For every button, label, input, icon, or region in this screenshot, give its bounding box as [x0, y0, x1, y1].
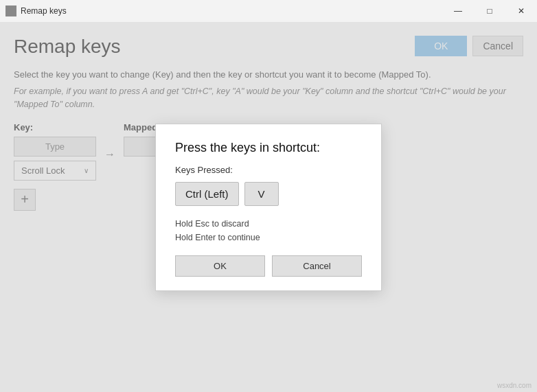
- modal-overlay: Press the keys in shortcut: Keys Pressed…: [0, 22, 537, 392]
- modal-cancel-button[interactable]: Cancel: [272, 255, 362, 277]
- minimize-button[interactable]: —: [442, 0, 474, 22]
- shortcut-modal: Press the keys in shortcut: Keys Pressed…: [155, 124, 382, 291]
- modal-hints: Hold Esc to discard Hold Enter to contin…: [175, 217, 362, 244]
- modal-ok-button[interactable]: OK: [175, 255, 265, 277]
- hint-esc: Hold Esc to discard: [175, 217, 362, 231]
- modal-title: Press the keys in shortcut:: [175, 141, 362, 155]
- hint-enter: Hold Enter to continue: [175, 231, 362, 244]
- main-content: OK Cancel Remap keys Select the key you …: [0, 22, 537, 392]
- titlebar-left: Remap keys: [5, 5, 67, 16]
- titlebar-controls: — □ ✕: [442, 0, 537, 22]
- titlebar-title: Remap keys: [21, 6, 67, 16]
- key-chip-v: V: [244, 182, 279, 206]
- key-chip-ctrl: Ctrl (Left): [175, 182, 239, 206]
- app-icon: [5, 5, 16, 16]
- maximize-button[interactable]: □: [474, 0, 505, 22]
- keys-pressed-label: Keys Pressed:: [175, 165, 362, 175]
- titlebar: Remap keys — □ ✕: [0, 0, 537, 22]
- close-button[interactable]: ✕: [505, 0, 537, 22]
- key-chips: Ctrl (Left) V: [175, 182, 362, 206]
- modal-buttons: OK Cancel: [175, 255, 362, 277]
